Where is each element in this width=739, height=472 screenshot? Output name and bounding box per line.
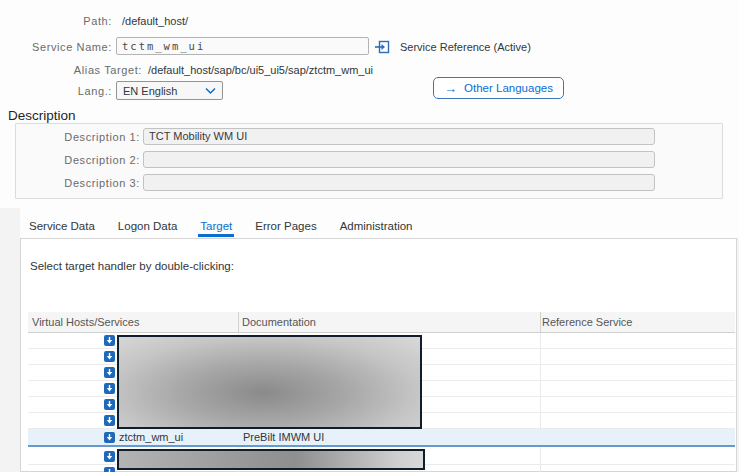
tab-error-pages[interactable]: Error Pages: [253, 216, 318, 237]
description-3-input[interactable]: [143, 174, 655, 191]
page-left-margin: [0, 208, 20, 472]
description-section-title: Description: [8, 108, 76, 123]
tab-logon-data[interactable]: Logon Data: [116, 216, 179, 237]
redacted-region-1: [117, 335, 422, 429]
tab-target[interactable]: Target: [198, 216, 234, 237]
description-2-label: Description 2:: [30, 154, 140, 166]
chevron-down-icon: [205, 87, 216, 95]
language-dropdown-value: EN English: [123, 85, 177, 97]
other-languages-button[interactable]: → Other Languages: [433, 77, 564, 99]
service-name-label: Service Name:: [20, 41, 112, 53]
service-cell: ztctm_wm_ui: [119, 431, 183, 443]
alias-target-label: Alias Target:: [40, 64, 142, 76]
column-header-documentation: Documentation: [242, 316, 316, 328]
other-languages-button-label: Other Languages: [464, 82, 553, 94]
documentation-cell: PreBilt IMWM UI: [243, 431, 324, 443]
path-label: Path:: [20, 15, 112, 27]
table-row-ztctm-wm-ui[interactable]: ztctm_wm_ui PreBilt IMWM UI: [28, 429, 735, 447]
description-1-label: Description 1:: [30, 131, 140, 143]
service-reference-status: Service Reference (Active): [400, 41, 531, 53]
description-1-input[interactable]: TCT Mobility WM UI: [143, 128, 655, 145]
tab-administration[interactable]: Administration: [338, 216, 415, 237]
language-dropdown[interactable]: EN English: [116, 81, 223, 100]
tab-service-data[interactable]: Service Data: [27, 216, 97, 237]
target-instruction-text: Select target handler by double-clicking…: [30, 260, 234, 272]
service-name-input[interactable]: tctm_wm_ui: [116, 37, 369, 55]
table-header-row: Virtual Hosts/Services Documentation Ref…: [28, 312, 735, 333]
language-label: Lang.:: [20, 85, 112, 97]
tab-strip: Service Data Logon Data Target Error Pag…: [27, 216, 415, 237]
alias-target-value: /default_host/sap/bc/ui5_ui5/sap/ztctm_w…: [148, 64, 373, 76]
description-2-input[interactable]: [143, 151, 655, 168]
description-3-label: Description 3:: [30, 177, 140, 189]
service-reference-icon[interactable]: [374, 39, 391, 55]
arrow-right-icon: →: [444, 81, 457, 96]
redacted-region-2: [117, 449, 425, 470]
path-value: /default_host/: [122, 15, 188, 27]
column-header-reference-service: Reference Service: [542, 316, 633, 328]
column-header-virtual-hosts: Virtual Hosts/Services: [32, 316, 139, 328]
